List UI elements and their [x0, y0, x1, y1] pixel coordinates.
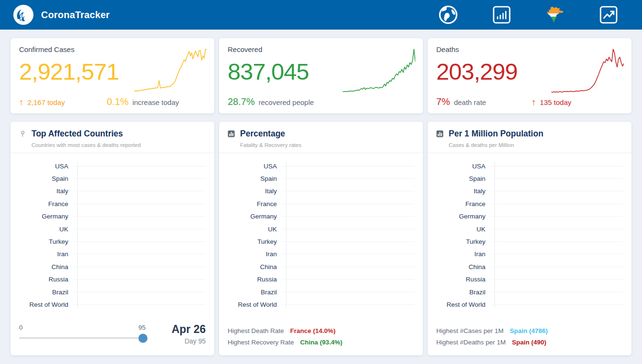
percentage-card: Percentage Fatality & Recovery rates USA…: [219, 122, 423, 355]
category-label: Italy: [224, 187, 282, 195]
chart-row: Germany: [224, 210, 414, 223]
up-arrow-icon: ↑: [532, 97, 537, 108]
bar-track: [490, 175, 623, 183]
bar-track: [282, 250, 414, 258]
category-label: Iran: [15, 250, 73, 258]
percentage-stacked-bar-chart: USASpainItalyFranceGermanyUKTurkeyIranCh…: [219, 153, 423, 311]
trend-chart-icon[interactable]: [597, 3, 620, 26]
per-million-footer: Highest #Cases per 1M Spain (4786) Highe…: [428, 323, 631, 349]
bar-track: [282, 212, 414, 220]
bar-track: [282, 301, 414, 309]
footer-value: China (93.4%): [300, 339, 343, 346]
chart-row: France: [432, 198, 623, 210]
footer-value: France (14.0%): [290, 327, 336, 334]
chart-row: Iran: [15, 248, 206, 260]
category-label: Russia: [15, 276, 73, 283]
recovered-card: Recovered 837,045 28.7% recovered people: [219, 38, 423, 114]
chart-row: China: [224, 260, 414, 273]
category-label: USA: [224, 163, 282, 170]
bar-track: [73, 162, 206, 170]
bar-track: [73, 275, 206, 283]
chart-row: Turkey: [224, 235, 414, 248]
card-header: Top Affected Countries Countries with mo…: [11, 122, 214, 153]
charts-row: Top Affected Countries Countries with mo…: [11, 122, 631, 355]
bar-track: [490, 275, 623, 283]
chart-row: USA: [15, 160, 206, 172]
bar-track: [490, 187, 623, 195]
coronatracker-logo-icon[interactable]: [12, 4, 34, 26]
up-arrow-icon: ↑: [19, 97, 24, 108]
footer-label: Highest Recovery Rate: [228, 339, 294, 346]
deaths-today: 135 today: [540, 98, 571, 106]
category-label: USA: [432, 163, 490, 170]
bar-track: [282, 162, 414, 170]
india-map-icon[interactable]: [544, 3, 567, 26]
bar-track: [490, 238, 623, 246]
chart-row: Turkey: [432, 235, 623, 248]
confirmed-sparkline: [134, 45, 207, 96]
confirmed-percent: 0.1%: [107, 96, 129, 107]
category-label: Rest of World: [432, 301, 490, 308]
chart-row: Italy: [432, 185, 623, 198]
category-label: Brazil: [224, 289, 282, 296]
category-label: Rest of World: [224, 301, 282, 308]
chart-subtitle: Countries with most cases & deaths repor…: [32, 142, 206, 148]
chart-row: France: [15, 198, 206, 210]
bar-track: [490, 212, 623, 220]
chart-row: Germany: [15, 210, 206, 223]
chart-row: Brazil: [15, 286, 206, 298]
selected-date: Apr 26: [160, 323, 206, 336]
bar-chart-icon[interactable]: [490, 3, 513, 26]
chart-row: Spain: [432, 172, 623, 185]
category-label: Brazil: [15, 289, 73, 296]
chart-row: Iran: [224, 248, 414, 260]
day-slider-thumb[interactable]: [138, 333, 147, 343]
recovered-percent: 28.7%: [228, 96, 255, 107]
chart-row: UK: [15, 223, 206, 235]
per-million-stacked-bar-chart: USASpainItalyFranceGermanyUKTurkeyIranCh…: [428, 153, 631, 311]
mini-bar-chart-icon: [228, 130, 235, 137]
selected-day: Day 95: [160, 337, 206, 345]
chart-title: Percentage: [240, 129, 285, 139]
mini-bar-chart-icon: [436, 130, 443, 137]
category-label: Germany: [15, 213, 73, 220]
chart-row: Russia: [432, 273, 623, 286]
top-affected-bar-chart: USASpainItalyFranceGermanyUKTurkeyIranCh…: [11, 153, 214, 311]
app-title: CoronaTracker: [41, 10, 110, 21]
category-label: France: [432, 200, 490, 208]
chart-row: UK: [224, 223, 414, 235]
chart-row: USA: [432, 160, 623, 172]
chart-row: Rest of World: [15, 298, 206, 311]
bar-track: [490, 301, 623, 309]
confirmed-cases-card: Confirmed Cases 2,921,571 ↑ 2,167 today …: [11, 38, 214, 114]
category-label: Russia: [224, 276, 282, 283]
category-label: Spain: [224, 175, 282, 182]
bar-track: [282, 175, 414, 183]
globe-icon[interactable]: [437, 3, 460, 26]
bar-track: [73, 212, 206, 220]
stats-row: Confirmed Cases 2,921,571 ↑ 2,167 today …: [11, 38, 631, 114]
chart-row: France: [224, 198, 414, 210]
bar-track: [282, 263, 414, 271]
bar-track: [490, 263, 623, 271]
category-label: Spain: [432, 175, 490, 182]
footer-label: Highest Death Rate: [228, 327, 284, 334]
category-label: Rest of World: [15, 301, 73, 308]
category-label: China: [432, 263, 490, 270]
chart-title: Top Affected Countries: [32, 129, 123, 139]
chart-title: Per 1 Million Population: [449, 129, 543, 139]
navbar-icons: [437, 3, 630, 26]
category-label: China: [15, 263, 73, 270]
day-slider-track[interactable]: [19, 337, 146, 339]
category-label: UK: [432, 226, 490, 233]
chart-row: Italy: [224, 185, 414, 198]
category-label: Italy: [15, 187, 73, 195]
bar-track: [73, 238, 206, 246]
chart-row: Russia: [15, 273, 206, 286]
deaths-sparkline: [551, 45, 624, 96]
bar-track: [73, 288, 206, 296]
chart-subtitle: Cases & deaths per Million: [449, 142, 623, 148]
percentage-footer: Highest Death Rate France (14.0%) Highes…: [219, 323, 423, 349]
category-label: USA: [15, 163, 73, 170]
confirmed-percent-label: increase today: [132, 98, 179, 106]
